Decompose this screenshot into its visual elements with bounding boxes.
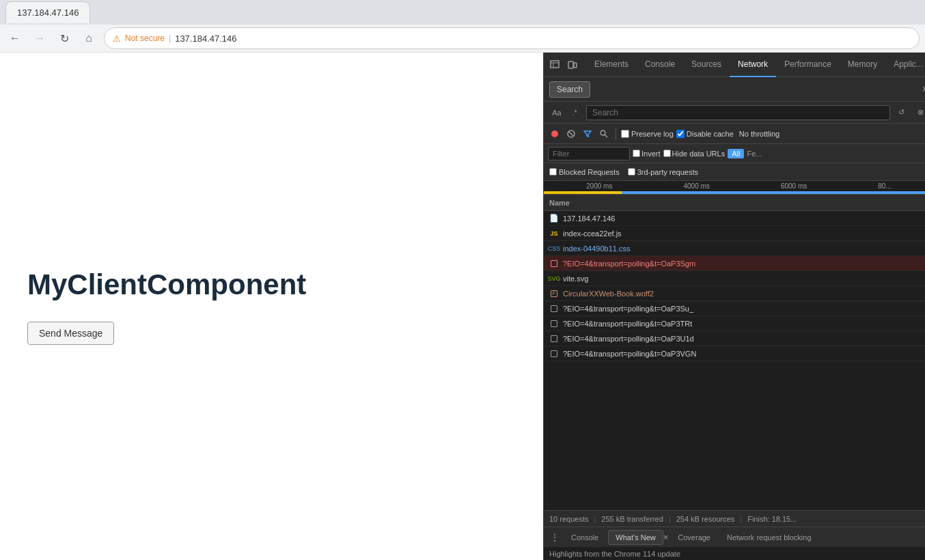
devtools-bottom-bar: ⋮ Console What's New × Coverage Network …	[544, 527, 925, 547]
tab-elements[interactable]: Elements	[586, 53, 637, 77]
invert-input[interactable]	[633, 150, 640, 157]
url-separator: |	[169, 33, 171, 43]
search-panel-button[interactable]: Search	[549, 81, 590, 98]
security-label: Not secure	[125, 33, 165, 43]
address-bar: ← → ↻ ⌂ ⚠ Not secure | 137.184.47.146	[0, 25, 925, 52]
reload-button[interactable]: ↻	[55, 29, 74, 48]
tab-console[interactable]: Console	[637, 53, 683, 77]
hide-data-urls-input[interactable]	[663, 150, 671, 157]
search-inner-bar: Aa .* ↺ ⊗	[544, 102, 925, 124]
network-list[interactable]: 📄 137.184.47.146 JS index-ccea22ef.js CS…	[544, 211, 925, 510]
finish-time: Finish: 18.15...	[747, 515, 797, 523]
devtools-panel: Elements Console Sources Network Perform…	[543, 53, 925, 560]
status-sep-3: |	[740, 515, 742, 523]
table-row[interactable]: ?EIO=4&transport=polling&t=OaP3Su_	[544, 301, 925, 316]
bottom-close-button[interactable]: ×	[663, 532, 669, 542]
invert-checkbox[interactable]: Invert	[633, 150, 661, 158]
filter-all-button[interactable]: All	[728, 149, 744, 158]
row-icon-font: F	[549, 289, 559, 298]
row-name: ?EIO=4&transport=polling&t=OaP3TRt	[563, 320, 925, 328]
tab-performance[interactable]: Performance	[776, 53, 840, 77]
forward-button[interactable]: →	[30, 29, 49, 48]
timeline-marker-3: 6000 ms	[781, 182, 807, 190]
clear-button[interactable]	[564, 127, 578, 141]
bottom-tab-whats-new[interactable]: What's New	[608, 530, 663, 545]
row-icon-socket5	[549, 349, 559, 359]
svg-line-8	[605, 135, 608, 137]
bottom-tab-network-blocking[interactable]: Network request blocking	[720, 530, 818, 545]
tab-application[interactable]: Applic...	[885, 53, 925, 77]
table-row[interactable]: ?EIO=4&transport=polling&t=OaP3VGN	[544, 346, 925, 361]
third-party-input[interactable]	[628, 168, 635, 176]
no-throttle-label: No throttling	[739, 130, 779, 138]
search-close-button[interactable]: ×	[922, 83, 926, 96]
table-row[interactable]: ?EIO=4&transport=polling&t=OaP3Sgm	[544, 256, 925, 271]
row-icon-js: JS	[549, 229, 559, 238]
timeline-marker-2: 4000 ms	[683, 182, 709, 190]
blocked-requests-checkbox[interactable]: Blocked Requests	[549, 168, 620, 176]
row-name: index-04490b11.css	[563, 244, 925, 253]
table-row[interactable]: CSS index-04490b11.css	[544, 241, 925, 256]
row-name: ?EIO=4&transport=polling&t=OaP3U1d	[563, 335, 925, 343]
devtools-icon-buttons	[547, 57, 581, 73]
blocked-bar: Blocked Requests 3rd-party requests	[544, 163, 925, 181]
back-button[interactable]: ←	[5, 29, 25, 48]
search-input[interactable]	[586, 105, 890, 120]
search-regex-button[interactable]: .*	[567, 105, 582, 120]
send-message-button[interactable]: Send Message	[27, 322, 114, 345]
table-row[interactable]: F CircularXXWeb-Book.woff2	[544, 286, 925, 301]
url-text: 137.184.47.146	[175, 33, 236, 44]
tab-sources[interactable]: Sources	[683, 53, 730, 77]
record-button[interactable]	[548, 127, 562, 141]
timeline-color-bar	[544, 191, 925, 194]
filter-fetch-label: Fe...	[747, 150, 762, 158]
table-row[interactable]: ?EIO=4&transport=polling&t=OaP3U1d	[544, 331, 925, 346]
filter-button[interactable]	[581, 127, 594, 141]
inspect-icon[interactable]	[547, 57, 563, 73]
toolbar-sep-1	[616, 128, 616, 140]
search-options: Aa .*	[549, 105, 582, 120]
bottom-tab-console[interactable]: Console	[564, 530, 605, 545]
row-name: index-ccea22ef.js	[563, 229, 925, 238]
tab-network[interactable]: Network	[730, 53, 776, 77]
url-bar[interactable]: ⚠ Not secure | 137.184.47.146	[104, 27, 920, 49]
device-icon[interactable]	[564, 57, 581, 73]
preserve-log-checkbox[interactable]: Preserve log	[621, 130, 674, 138]
bottom-tab-coverage[interactable]: Coverage	[671, 530, 717, 545]
highlights-bar: Highlights from the Chrome 114 update	[544, 547, 925, 560]
highlights-text: Highlights from the Chrome 114 update	[549, 550, 680, 558]
blocked-requests-input[interactable]	[549, 168, 557, 176]
table-row[interactable]: 📄 137.184.47.146	[544, 211, 925, 226]
requests-count: 10 requests	[549, 515, 588, 523]
row-icon-socket	[549, 259, 559, 268]
row-icon-css: CSS	[549, 244, 559, 253]
filter-input[interactable]	[548, 147, 630, 160]
row-icon-socket2	[549, 304, 559, 313]
resources-size: 254 kB resources	[676, 515, 735, 523]
browser-tab[interactable]: 137.184.47.146	[5, 1, 90, 23]
third-party-checkbox[interactable]: 3rd-party requests	[628, 168, 698, 176]
search-clear-button[interactable]: ⊗	[913, 105, 925, 120]
hide-data-urls-checkbox[interactable]: Hide data URLs	[663, 150, 726, 158]
home-button[interactable]: ⌂	[79, 29, 98, 48]
row-name: 137.184.47.146	[563, 214, 925, 223]
disable-cache-checkbox[interactable]: Disable cache	[676, 130, 734, 138]
table-row[interactable]: SVG vite.svg	[544, 271, 925, 286]
search-reload-button[interactable]: ↺	[894, 105, 909, 120]
filter-bar: Invert Hide data URLs All Fe...	[544, 144, 925, 163]
row-name: CircularXXWeb-Book.woff2	[563, 290, 925, 298]
transferred-size: 255 kB transferred	[601, 515, 663, 523]
timeline-marker-4: 80...	[878, 182, 891, 190]
row-icon-socket4	[549, 334, 559, 344]
row-name: ?EIO=4&transport=polling&t=OaP3Sgm	[563, 260, 925, 268]
devtools-tabs: Elements Console Sources Network Perform…	[544, 53, 925, 77]
disable-cache-input[interactable]	[676, 130, 685, 138]
search-network-button[interactable]	[597, 127, 611, 141]
more-options-icon[interactable]: ⋮	[548, 530, 562, 545]
table-row[interactable]: ?EIO=4&transport=polling&t=OaP3TRt	[544, 316, 925, 331]
table-row[interactable]: JS index-ccea22ef.js	[544, 226, 925, 241]
search-match-case-button[interactable]: Aa	[549, 105, 564, 120]
preserve-log-input[interactable]	[621, 130, 629, 138]
tab-memory[interactable]: Memory	[840, 53, 885, 77]
svg-rect-4	[574, 63, 577, 68]
